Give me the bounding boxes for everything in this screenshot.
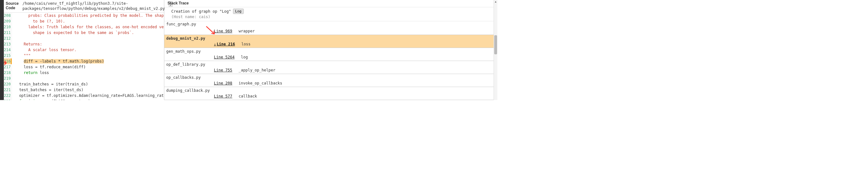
stack-frame-function: _apply_op_helper <box>239 68 276 72</box>
line-number[interactable]: 216 <box>4 59 11 64</box>
stack-frame-line-link[interactable]: Line 969 <box>214 29 232 33</box>
stack-frame[interactable]: dumping_callback.pyLine 577callback <box>164 87 494 100</box>
code-line[interactable]: return loss <box>14 70 164 76</box>
stack-frame-function: loss <box>241 42 250 46</box>
source-body: 2082092102112122132142152162172182192202… <box>4 13 164 100</box>
stack-frame-file: op_callbacks.py <box>164 74 494 80</box>
stack-frame-row[interactable]: Line 755_apply_op_helper <box>164 67 494 74</box>
line-number[interactable]: 218 <box>4 70 11 76</box>
line-number[interactable]: 213 <box>4 41 11 47</box>
stack-frame-line-link[interactable]: Line 5264 <box>214 55 235 59</box>
code-line[interactable]: train_batches = iter(train_ds) <box>14 81 164 87</box>
stack-frame-line-text: Line 969 <box>214 29 232 33</box>
code-line[interactable]: diff = -labels * tf.math.log(probs) <box>14 59 164 64</box>
stack-frame-file: dumping_callback.py <box>164 87 494 93</box>
source-file-path: /home/cais/venv_tf_nightly/lib/python3.7… <box>23 1 165 11</box>
code-line[interactable] <box>14 76 164 81</box>
stack-meta: Creation of graph op "Log" Log (Host nam… <box>164 7 494 21</box>
stack-frame[interactable]: debug_mnist_v2.py⇣Line 216loss <box>164 35 494 48</box>
code-line[interactable]: for i in range(FLAGS.max_steps): <box>14 99 164 100</box>
stack-frame-row[interactable]: Line 208invoke_op_callbacks <box>164 80 494 87</box>
line-number[interactable]: 215 <box>4 53 11 59</box>
stack-frame-file: op_def_library.py <box>164 61 494 67</box>
log-button[interactable]: Log <box>233 8 244 14</box>
stack-frame[interactable]: Line 969wrapper <box>164 27 494 35</box>
stack-frame-line-link[interactable]: Line 577 <box>214 94 232 99</box>
navigate-icon: ⇣ <box>214 42 216 46</box>
line-number[interactable]: 217 <box>4 64 11 70</box>
line-number[interactable]: 221 <box>4 87 11 93</box>
stack-trace-title: Stack Trace <box>164 0 494 7</box>
code-line[interactable]: shape is expected to be the same as `pro… <box>14 30 164 36</box>
code-line[interactable]: to be (?, 10). <box>14 19 164 24</box>
code-line[interactable]: optimizer = tf.optimizers.Adam(learning_… <box>14 93 164 99</box>
line-number[interactable]: 210 <box>4 24 11 30</box>
creation-text: Creation of graph op "Log" <box>171 9 231 14</box>
stack-frame-line-text: Line 577 <box>214 94 232 99</box>
left-border-sliver <box>0 0 4 100</box>
line-number[interactable]: 212 <box>4 36 11 41</box>
line-number[interactable]: 223 <box>4 99 11 100</box>
stack-frame-row[interactable]: Line 577callback <box>164 93 494 100</box>
line-number[interactable]: 209 <box>4 19 11 24</box>
line-number[interactable]: 220 <box>4 81 11 87</box>
stack-frame-function: wrapper <box>239 29 255 33</box>
stack-trace-panel: Stack Trace Creation of graph op "Log" L… <box>164 0 497 100</box>
stack-frame-line-text: Line 216 <box>217 42 235 46</box>
stack-scrollbar[interactable]: ▲ ▼ <box>494 0 497 100</box>
source-title: Source Code <box>6 1 19 10</box>
code-line[interactable]: Returns: <box>14 41 164 47</box>
stack-frame-list: func_graph.py Line 969wrapperdebug_mnist… <box>164 21 494 100</box>
line-number[interactable]: 208 <box>4 13 11 19</box>
scroll-thumb[interactable] <box>494 35 497 54</box>
stack-frame-line-link[interactable]: Line 755 <box>214 68 232 72</box>
stack-frame-row[interactable]: Line 969wrapper <box>164 27 494 35</box>
code-line[interactable]: loss = tf.reduce_mean(diff) <box>14 64 164 70</box>
line-number[interactable]: 222 <box>4 93 11 99</box>
code-line[interactable]: probs: Class probabilities predicted by … <box>14 13 164 19</box>
code-line[interactable]: test_batches = iter(test_ds) <box>14 87 164 93</box>
host-name: (Host name: cais) <box>171 14 490 19</box>
line-number[interactable]: 214 <box>4 47 11 53</box>
stack-frame-row[interactable]: ⇣Line 216loss <box>164 41 494 48</box>
stack-frame-function: callback <box>239 94 257 99</box>
stack-frame[interactable]: op_callbacks.pyLine 208invoke_op_callbac… <box>164 74 494 87</box>
source-code-panel: Source Code /home/cais/venv_tf_nightly/l… <box>4 0 164 100</box>
stack-frame-line-link[interactable]: Line 208 <box>214 81 232 85</box>
source-header: Source Code /home/cais/venv_tf_nightly/l… <box>4 0 164 13</box>
stack-frame-line-text: Line 755 <box>214 68 232 72</box>
stack-frame-function: invoke_op_callbacks <box>239 81 282 85</box>
line-number[interactable]: 219 <box>4 76 11 81</box>
stack-frame[interactable]: op_def_library.pyLine 755_apply_op_helpe… <box>164 61 494 74</box>
stack-frame-line-link[interactable]: ⇣Line 216 <box>214 42 235 46</box>
code-column: probs: Class probabilities predicted by … <box>12 13 164 100</box>
code-line[interactable]: """ <box>14 53 164 59</box>
code-line[interactable]: A scalar loss tensor. <box>14 47 164 53</box>
code-line[interactable]: labels: Truth labels for the classes, as… <box>14 24 164 30</box>
stack-frame[interactable]: gen_math_ops.pyLine 5264log <box>164 48 494 61</box>
stack-frame-function: log <box>241 55 248 59</box>
stack-frame-row[interactable]: Line 5264log <box>164 54 494 61</box>
stack-frame-line-text: Line 5264 <box>214 55 235 59</box>
stack-frame-file: debug_mnist_v2.py <box>164 35 494 41</box>
code-line[interactable] <box>14 36 164 41</box>
truncated-frame: func_graph.py <box>164 21 494 27</box>
scroll-up-icon[interactable]: ▲ <box>494 0 497 3</box>
line-number-gutter: 2082092102112122132142152162172182192202… <box>4 13 12 100</box>
stack-frame-line-text: Line 208 <box>214 81 232 85</box>
line-number[interactable]: 211 <box>4 30 11 36</box>
stack-frame-file: gen_math_ops.py <box>164 48 494 54</box>
